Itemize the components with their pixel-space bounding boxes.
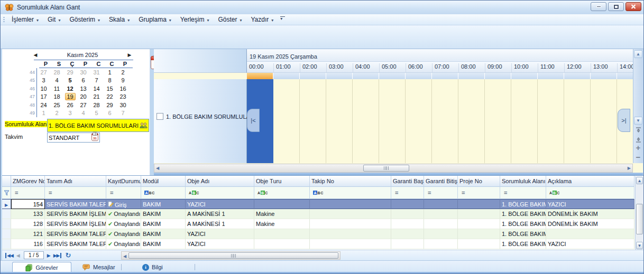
menu-item-git[interactable]: Git — [43, 15, 65, 24]
gantt-scroll-up-icon[interactable]: ▲ — [634, 50, 642, 58]
gantt-scroll-down-icon[interactable]: ▼ — [634, 117, 642, 125]
cell-proje-no[interactable] — [458, 229, 500, 239]
calendar-day[interactable]: 4 — [50, 77, 63, 83]
cell-zmgorev-no[interactable]: 121 — [11, 229, 45, 239]
table-row[interactable]: 128SERVİS BAKIM İŞLEMLİ✔OnaylandıBAKIMA … — [2, 219, 634, 229]
close-button[interactable] — [625, 2, 641, 11]
gantt-zoom-out-icon[interactable]: − — [634, 153, 642, 162]
calendar-day[interactable]: 29 — [63, 69, 77, 75]
menu-item-skala[interactable]: Skala — [105, 15, 134, 24]
cell-takip-no[interactable] — [310, 229, 391, 239]
sorumluluk-input[interactable]: 1. BÖLGE BAKIM SORUMLULARI — [47, 119, 149, 132]
calendar-day[interactable]: 7 — [116, 110, 130, 116]
cell-garanti-basla[interactable] — [391, 219, 424, 229]
cell-modul[interactable]: BAKIM — [141, 209, 186, 219]
first-page-button[interactable]: ◀◀ — [5, 253, 13, 258]
cell-kayitdurumu[interactable]: ✔Onaylandı — [106, 219, 141, 229]
calendar-day[interactable]: 29 — [103, 102, 116, 108]
calendar-day[interactable]: 15 — [103, 86, 116, 92]
calendar-day[interactable]: 30 — [116, 102, 130, 108]
gantt-row-checkbox[interactable] — [157, 113, 163, 120]
calendar-day[interactable]: 11 — [50, 86, 63, 92]
cell-sorumluluk-alani[interactable]: 1. BÖLGE BAKIM S — [500, 239, 546, 249]
menu-item-gruplama[interactable]: Gruplama — [134, 15, 176, 24]
column-header-tanim-adi[interactable]: Tanım Adı — [45, 176, 106, 187]
cell-modul[interactable]: BAKIM — [141, 229, 186, 239]
cell-zmgorev-no[interactable]: 116 — [11, 239, 45, 249]
cell-obje-turu[interactable]: Makine — [254, 209, 310, 219]
cell-tanim-adi[interactable]: SERVİS BAKIM TALEPL — [45, 239, 106, 249]
cell-aciklama[interactable]: YAZICI — [546, 239, 634, 249]
calendar-day-selected[interactable]: 19 — [65, 93, 76, 100]
cell-garanti-basla[interactable] — [391, 209, 424, 219]
cell-tanim-adi[interactable]: SERVİS BAKIM İŞLEMLİ — [45, 219, 106, 229]
column-header-kayitdurumu[interactable]: KayıtDurumu — [106, 176, 141, 187]
menu-overflow-button[interactable] — [279, 16, 286, 23]
column-header-proje-no[interactable]: Proje No — [458, 176, 500, 187]
filter-cell-obje-turu[interactable]: ABC — [254, 187, 310, 199]
menu-item-yerlesim[interactable]: Yerleşim — [176, 15, 214, 24]
calendar-day[interactable]: 5 — [63, 77, 77, 83]
cell-garanti-basla[interactable] — [391, 199, 424, 209]
cell-sorumluluk-alani[interactable]: 1. BÖLGE BAKIM S — [500, 199, 546, 209]
calendar-day[interactable]: 18 — [50, 93, 63, 100]
cell-sorumluluk-alani[interactable]: 1. BÖLGE BAKIM S — [500, 209, 546, 219]
filter-cell-garanti-bitis[interactable]: = — [424, 187, 458, 199]
grid-scroll-up-icon[interactable]: ▲ — [636, 177, 643, 184]
calendar-day[interactable]: 22 — [103, 93, 116, 100]
menu-item-gosterim[interactable]: Gösterim — [65, 15, 105, 24]
filter-cell-takip-no[interactable]: ABC — [310, 187, 391, 199]
cell-garanti-basla[interactable] — [391, 239, 424, 249]
cell-garanti-bitis[interactable] — [424, 209, 458, 219]
grid-scroll-left-icon[interactable]: ◀ — [123, 254, 126, 259]
column-header-garanti-basla[interactable]: Garanti Başla — [391, 176, 424, 187]
cell-garanti-bitis[interactable] — [424, 229, 458, 239]
cell-garanti-basla[interactable] — [391, 229, 424, 239]
last-page-button[interactable]: ▶▶ — [53, 253, 61, 258]
filter-cell-proje-no[interactable]: = — [458, 187, 500, 199]
calendar-day[interactable]: 13 — [77, 86, 90, 92]
cell-modul[interactable]: BAKIM — [141, 219, 186, 229]
filter-cell-modul[interactable]: ABC — [141, 187, 186, 199]
column-header-modul[interactable]: Modül — [141, 176, 186, 187]
table-row[interactable]: 121SERVİS BAKIM TALEPL✔OnaylandıBAKIMYAZ… — [2, 229, 634, 239]
tab-bilgi[interactable]: i Bilgi — [137, 262, 168, 272]
grid-horizontal-scrollbar[interactable]: ◀ — [121, 251, 341, 260]
cell-tanim-adi[interactable]: SERVİS BAKIM TALEPL — [45, 199, 106, 209]
column-header-aciklama[interactable]: Açıklama — [546, 176, 634, 187]
cell-takip-no[interactable] — [310, 219, 391, 229]
cell-sorumluluk-alani[interactable]: 1. BÖLGE BAKIM S — [500, 219, 546, 229]
cell-aciklama[interactable]: DÖNEMLİK BAKIM — [546, 219, 634, 229]
calendar-day[interactable]: 4 — [77, 110, 90, 116]
calendar-day[interactable]: 3 — [37, 77, 50, 83]
prev-page-button[interactable]: ◀ — [16, 253, 20, 258]
refresh-button[interactable]: ↻ — [66, 251, 71, 259]
calendar-day[interactable]: 23 — [116, 93, 130, 100]
cell-obje-adi[interactable]: A MAKİNESİ 1 — [186, 219, 254, 229]
calendar-day[interactable]: 14 — [90, 86, 103, 92]
calendar-day[interactable]: 1 — [103, 69, 116, 75]
cell-modul[interactable]: BAKIM — [141, 199, 186, 209]
people-picker-icon[interactable] — [140, 122, 148, 129]
takvim-input[interactable]: STANDART 31 — [47, 133, 100, 143]
calendar-day[interactable]: 20 — [77, 93, 90, 100]
cell-kayitdurumu[interactable]: Giriş — [106, 199, 141, 209]
calendar-day[interactable]: 3 — [63, 110, 77, 116]
gantt-hscroll-thumb[interactable] — [363, 165, 409, 172]
column-header-takip-no[interactable]: Takip No — [310, 176, 391, 187]
table-row[interactable]: 133SERVİS BAKIM İŞLEMLİ✔OnaylandıBAKIMA … — [2, 209, 634, 219]
filter-cell-kayitdurumu[interactable]: = — [106, 187, 141, 199]
tab-gorevler[interactable]: Görevler — [12, 262, 71, 272]
cell-tanim-adi[interactable]: SERVİS BAKIM İŞLEMLİ — [45, 209, 106, 219]
cell-proje-no[interactable] — [458, 199, 500, 209]
calendar-day[interactable]: 12 — [63, 86, 77, 92]
tab-mesajlar[interactable]: Mesajlar — [77, 262, 121, 272]
calendar-day[interactable]: 1 — [37, 110, 50, 116]
cell-zmgorev-no[interactable]: 133 — [11, 209, 45, 219]
cell-tanim-adi[interactable]: SERVİS BAKIM TALEPL — [45, 229, 106, 239]
maximize-button[interactable] — [608, 2, 624, 11]
cell-proje-no[interactable] — [458, 239, 500, 249]
table-row[interactable]: ▶154SERVİS BAKIM TALEPLGirişBAKIMYAZICI1… — [2, 199, 634, 209]
cell-zmgorev-no[interactable]: 154 — [11, 199, 45, 209]
calendar-day[interactable]: 6 — [103, 110, 116, 116]
